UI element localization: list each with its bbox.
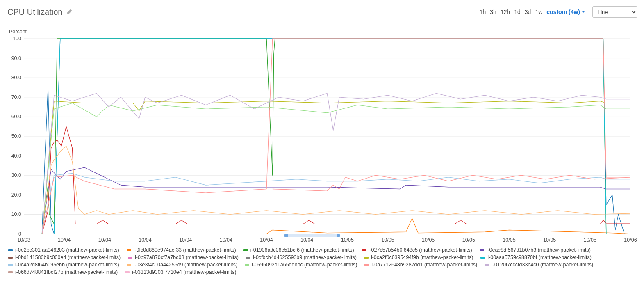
y-tick-label: 60.0 [11,114,21,119]
legend-label: i-0a7712648b9287dd1 (matthew-packet-limi… [371,262,477,268]
x-tick-label: 10/05 [503,237,515,243]
y-tick-label: 20.0 [11,192,21,198]
legend-label: i-0b97a870cf7a7bc03 (matthew-packet-limi… [135,254,239,260]
y-axis-label: Percent [9,29,27,34]
y-tick-label: 100 [13,36,21,41]
y-tick-label: 30.0 [11,172,21,178]
legend-label: i-03e3f4c00a44255d9 (matthew-packet-limi… [134,262,238,268]
x-tick-label: 10/05 [584,237,596,243]
legend-swatch [125,271,130,273]
pencil-icon[interactable] [66,9,72,15]
y-tick-label: 90.0 [11,55,21,61]
time-range-custom[interactable]: custom (4w) [546,9,585,15]
legend-label: i-0bd141580b9c000e4 (matthew-packet-limi… [15,254,121,260]
x-tick-label: 10/05 [543,237,556,243]
legend-label: i-027c57b54b0f648c5 (matthew-packet-limi… [369,247,472,253]
legend-label: i-0c4a2d8f64b095ebb (matthew-packet-limi… [15,262,119,268]
panel-header: CPU Utilization 1h 3h 12h 1d 3d 1w custo… [0,0,644,21]
page-title: CPU Utilization [7,7,62,17]
legend-item[interactable]: i-0cfbcb4d4625593b9 (matthew-packet-limi… [246,254,357,260]
legend-item[interactable]: i-00aaa5759c98870bf (matthew-packet-limi… [480,254,592,260]
time-range-picker: 1h 3h 12h 1d 3d 1w custom (4w) [480,9,585,15]
legend-swatch [243,249,248,251]
y-tick-label: 70.0 [11,94,21,100]
legend-label: i-03313d9303f7710e4 (matthew-packet-limi… [132,269,236,275]
legend-item[interactable]: i-03e3f4c00a44255d9 (matthew-packet-limi… [127,262,238,268]
y-tick-label: 10.0 [11,211,21,217]
series-line[interactable] [42,126,630,234]
time-scrubber-selection[interactable] [284,234,339,237]
y-tick-label: 80.0 [11,75,21,80]
chart-type-select[interactable]: Line [592,6,637,18]
x-axis-labels: 10/0310/0410/0410/0410/0410/0410/0410/04… [24,237,630,245]
legend-item[interactable]: i-0c4a2d8f64b095ebb (matthew-packet-limi… [8,262,119,268]
legend-label: i-00aaa5759c98870bf (matthew-packet-limi… [487,254,592,260]
legend-item[interactable]: i-066d748841fbcf27b (matthew-packet-limi… [8,269,118,275]
time-scrubber[interactable] [24,234,630,237]
x-tick-label: 10/04 [300,237,313,243]
y-tick-label: 50.0 [11,133,21,139]
legend-swatch [480,257,485,259]
legend-item[interactable]: i-0e2bc301faa946203 (matthew-packet-limi… [8,247,119,253]
legend-swatch [8,257,13,259]
series-line[interactable] [42,93,630,234]
legend-item[interactable]: i-0bd141580b9c000e4 (matthew-packet-limi… [8,254,121,260]
legend-swatch [8,249,13,251]
x-tick-label: 10/04 [260,237,273,243]
x-tick-label: 10/05 [422,237,435,243]
legend-label: i-0eae8df567d1b07b3 (matthew-packet-limi… [487,247,591,253]
time-range-custom-label: custom (4w) [546,9,580,15]
x-tick-label: 10/04 [98,237,111,243]
legend-swatch [364,257,369,259]
x-tick-label: 10/04 [58,237,71,243]
legend-swatch [127,264,131,266]
chart-panel: CPU Utilization 1h 3h 12h 1d 3d 1w custo… [0,0,644,284]
time-range-3h[interactable]: 3h [490,9,496,15]
legend-label: i-0cfbcb4d4625593b9 (matthew-packet-limi… [253,254,357,260]
legend-item[interactable]: i-0eae8df567d1b07b3 (matthew-packet-limi… [480,247,591,253]
legend-item[interactable]: i-0a7712648b9287dd1 (matthew-packet-limi… [364,262,477,268]
legend-swatch [8,264,13,266]
legend-swatch [8,271,13,273]
legend-swatch [480,249,484,251]
legend-item[interactable]: i-0120f7cccfd33b4c0 (matthew-packet-limi… [485,262,593,268]
legend-swatch [128,257,132,259]
legend-swatch [364,264,369,266]
legend-label: i-0e2bc301faa946203 (matthew-packet-limi… [15,247,119,253]
legend-swatch [485,264,489,266]
legend-item[interactable]: i-01906adc06e51bcf6 (matthew-packet-limi… [243,247,354,253]
legend-item[interactable]: i-0695092d1a65ddbbc (matthew-packet-limi… [245,262,357,268]
x-tick-label: 10/04 [139,237,151,243]
series-line[interactable] [266,218,630,234]
legend-label: i-0fc0d860e974aef33 (matthew-packet-limi… [134,247,236,253]
legend-label: i-066d748841fbcf27b (matthew-packet-limi… [15,269,118,275]
legend-item[interactable]: i-0fc0d860e974aef33 (matthew-packet-limi… [127,247,236,253]
legend-item[interactable]: i-0ca2f0c6395494f9b (matthew-packet-limi… [364,254,473,260]
time-range-12h[interactable]: 12h [501,9,510,15]
legend-item[interactable]: i-027c57b54b0f648c5 (matthew-packet-limi… [362,247,472,253]
legend-label: i-0120f7cccfd33b4c0 (matthew-packet-limi… [492,262,593,268]
time-range-1d[interactable]: 1d [514,9,521,15]
x-tick-label: 10/03 [17,237,30,243]
series-line[interactable] [42,146,630,234]
x-tick-label: 10/05 [341,237,354,243]
time-range-1w[interactable]: 1w [535,9,542,15]
series-line[interactable] [42,173,630,234]
legend-swatch [127,249,131,251]
line-chart[interactable]: 010.020.030.040.050.060.070.080.090.0100 [24,39,630,234]
legend-swatch [246,257,250,259]
chart-legend: i-0e2bc301faa946203 (matthew-packet-limi… [8,247,635,275]
y-tick-label: 0 [18,231,21,237]
caret-down-icon [582,10,585,14]
legend-label: i-0695092d1a65ddbbc (matthew-packet-limi… [252,262,357,268]
x-tick-label: 10/04 [220,237,232,243]
x-tick-label: 10/04 [179,237,192,243]
time-range-1h[interactable]: 1h [480,9,486,15]
x-tick-label: 10/06 [624,237,637,243]
legend-item[interactable]: i-0b97a870cf7a7bc03 (matthew-packet-limi… [128,254,239,260]
x-tick-label: 10/05 [381,237,394,243]
series-line[interactable] [42,101,630,234]
legend-item[interactable]: i-03313d9303f7710e4 (matthew-packet-limi… [125,269,236,275]
time-range-3d[interactable]: 3d [525,9,531,15]
legend-swatch [245,264,249,266]
